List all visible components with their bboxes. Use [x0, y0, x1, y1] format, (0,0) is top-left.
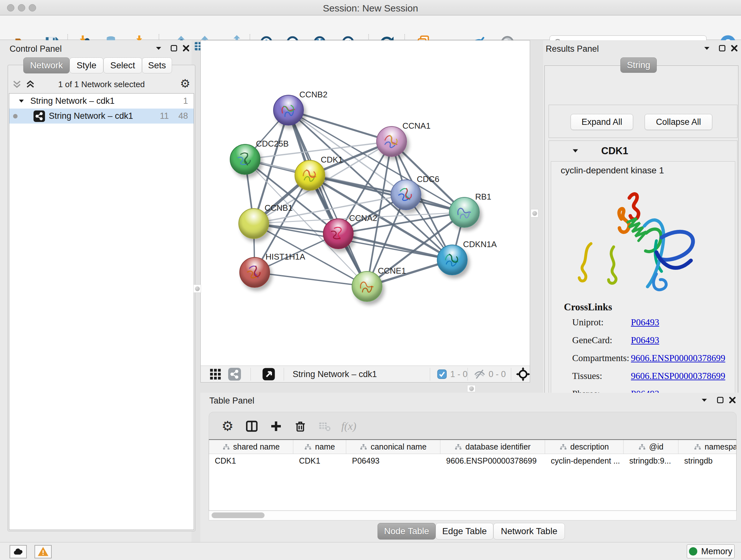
tab-network[interactable]: Network: [23, 57, 70, 73]
birds-eye-view-icon[interactable]: [262, 366, 275, 382]
network-edge[interactable]: [255, 272, 367, 287]
crosslink-label: Tissues:: [572, 371, 602, 381]
right-splitter-handle[interactable]: [531, 209, 538, 217]
create-column-plus-icon[interactable]: [267, 417, 285, 435]
table-panel: Table Panel ⚙ f(x) shared namenamecanoni…: [200, 393, 741, 542]
results-panel-close-icon[interactable]: [729, 43, 740, 54]
network-share-badge-icon[interactable]: [228, 366, 241, 382]
network-canvas[interactable]: CCNB2CCNA1CDC25BCDK1CDC6RB1CCNB1CCNA2CDK…: [201, 41, 530, 366]
crosslinks-title: CrossLinks: [564, 301, 612, 313]
table-cell[interactable]: stringdb:9...: [623, 456, 678, 465]
left-splitter-handle[interactable]: [193, 285, 201, 293]
results-panel-menu-icon[interactable]: [701, 43, 712, 54]
memory-button[interactable]: Memory: [687, 544, 735, 558]
table-cell[interactable]: stringdb: [678, 456, 737, 465]
table-cell[interactable]: CDK1: [293, 456, 346, 465]
protein-scribble-icon: [455, 203, 474, 222]
fit-content-crosshair-icon[interactable]: [516, 366, 530, 382]
network-row[interactable]: String Network – cdk1 11 48: [9, 109, 194, 124]
results-panel: Results Panel Expand All Collapse All CD…: [543, 40, 741, 393]
tab-string-results[interactable]: String: [620, 57, 657, 73]
column-header--id[interactable]: @id: [623, 440, 678, 454]
column-type-icon: [559, 443, 567, 451]
show-columns-icon[interactable]: [243, 417, 261, 435]
column-type-icon: [360, 443, 367, 451]
crosslink-label: Compartments:: [572, 353, 629, 363]
network-collection-row[interactable]: String Network – cdk1 1: [9, 94, 194, 109]
tab-sets[interactable]: Sets: [142, 57, 172, 73]
gene-expander-icon[interactable]: [572, 147, 579, 154]
node-label-cdk1: CDK1: [321, 155, 343, 165]
scrollbar-thumb[interactable]: [212, 512, 265, 518]
table-settings-gear-icon[interactable]: ⚙: [219, 417, 237, 435]
tab-network-table[interactable]: Network Table: [493, 523, 565, 540]
hidden-eye-icon[interactable]: 0 - 0: [474, 366, 506, 382]
column-header-description[interactable]: description: [545, 440, 623, 454]
toolbar-separator: [468, 368, 468, 381]
collection-expander-icon[interactable]: [18, 98, 24, 105]
control-panel-title: Control Panel: [10, 44, 62, 54]
bottom-splitter-handle[interactable]: [467, 385, 475, 392]
results-panel-title: Results Panel: [546, 44, 599, 54]
memory-label: Memory: [701, 547, 732, 557]
selected-checkbox-icon[interactable]: 1 - 0: [437, 366, 468, 382]
network-edge-count: 48: [173, 111, 188, 121]
crosslink-row: GeneCard:P06493: [572, 335, 732, 350]
results-panel-float-icon[interactable]: [717, 43, 728, 54]
gene-section-header[interactable]: CDK1: [549, 141, 737, 161]
gene-details: cyclin-dependent kinase 1: [551, 161, 735, 412]
tab-select[interactable]: Select: [104, 57, 142, 73]
column-header-database-identifier[interactable]: database identifier: [441, 440, 545, 454]
table-panel-close-icon[interactable]: [727, 395, 738, 406]
network-options-gear-icon[interactable]: ⚙: [180, 78, 190, 89]
table-cell[interactable]: 9606.ENSP00000378699: [441, 456, 545, 465]
toolbar-separator: [511, 368, 511, 381]
selected-counts: 1 - 0: [450, 369, 468, 379]
grid-view-icon[interactable]: [209, 366, 222, 382]
table-panel-float-icon[interactable]: [715, 395, 726, 406]
gene-symbol: CDK1: [601, 145, 628, 157]
column-type-icon: [638, 443, 646, 451]
crosslink-value-link[interactable]: 9606.ENSP00000378699: [631, 371, 725, 381]
toolbar-separator: [284, 368, 284, 381]
cloud-status-button[interactable]: [10, 545, 27, 558]
table-cell[interactable]: cyclin-dependent ...: [545, 456, 623, 465]
tab-edge-table[interactable]: Edge Table: [435, 523, 493, 540]
delete-column-trash-icon[interactable]: [291, 417, 309, 435]
table-cell[interactable]: P06493: [346, 456, 441, 465]
network-edge[interactable]: [338, 234, 452, 260]
control-panel-close-icon[interactable]: [181, 43, 192, 54]
network-edge[interactable]: [288, 110, 392, 141]
expand-all-button[interactable]: Expand All: [570, 114, 633, 130]
table-horizontal-scrollbar[interactable]: [209, 511, 737, 520]
toolbar-separator: [430, 368, 430, 381]
window-title: Session: New Session: [0, 3, 741, 14]
column-header-canonical-name[interactable]: canonical name: [346, 440, 441, 454]
tab-style[interactable]: Style: [70, 57, 104, 73]
crosslink-value-link[interactable]: P06493: [631, 317, 659, 327]
collapse-all-button[interactable]: Collapse All: [645, 114, 712, 130]
control-panel-float-icon[interactable]: [169, 43, 179, 54]
column-header-name[interactable]: name: [293, 440, 346, 454]
warning-status-button[interactable]: [35, 545, 52, 558]
node-table[interactable]: shared namenamecanonical namedatabase id…: [209, 439, 737, 511]
table-panel-menu-icon[interactable]: [699, 395, 710, 406]
control-panel-menu-icon[interactable]: [153, 43, 164, 54]
delete-table-icon: [316, 417, 333, 435]
network-node-count: 11: [154, 111, 169, 121]
crosslink-value-link[interactable]: 9606.ENSP00000378699: [631, 353, 725, 363]
table-cell[interactable]: CDK1: [209, 456, 293, 465]
current-network-dot-icon: [13, 114, 17, 118]
network-view-title: String Network – cdk1: [293, 366, 377, 382]
column-header-namespace[interactable]: namespace: [678, 440, 737, 454]
column-type-icon: [694, 443, 701, 451]
column-header-shared-name[interactable]: shared name: [209, 440, 293, 454]
crosslink-value-link[interactable]: P06493: [631, 335, 659, 346]
node-label-rb1: RB1: [475, 192, 491, 202]
node-label-cdc25b: CDC25B: [256, 139, 289, 149]
node-label-ccne1: CCNE1: [378, 266, 406, 276]
protein-scribble-icon: [396, 186, 416, 204]
table-row[interactable]: CDK1CDK1P064939606.ENSP00000378699cyclin…: [209, 454, 736, 468]
tab-node-table[interactable]: Node Table: [378, 523, 435, 540]
crosslink-row: Uniprot:P06493: [572, 317, 732, 332]
